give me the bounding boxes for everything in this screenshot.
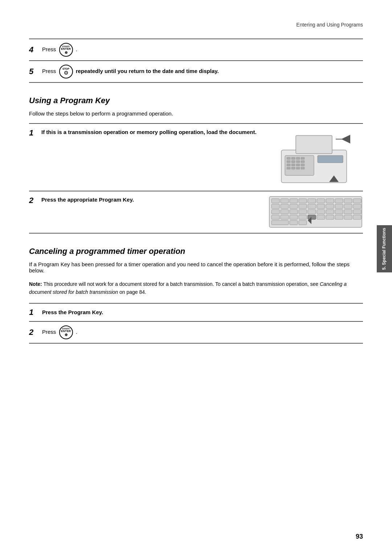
svg-rect-49 (317, 210, 325, 214)
svg-rect-13 (287, 164, 290, 166)
svg-rect-46 (290, 210, 298, 214)
cancel-step-2-press-label: Press (42, 329, 56, 335)
svg-rect-17 (287, 167, 290, 169)
using-step-2-number: 2 (29, 196, 38, 205)
using-step-1: 1 If this is a transmission operation or… (29, 123, 363, 191)
svg-rect-54 (271, 215, 279, 219)
using-step-1-inline: 1 If this is a transmission operation or… (29, 128, 261, 138)
step-5-number: 5 (29, 67, 38, 76)
svg-rect-31 (335, 199, 343, 203)
svg-rect-57 (299, 215, 307, 219)
cancel-step-1-text: Press the Program Key. (42, 309, 103, 315)
using-step-2-body: Press the appropriate Program Key. (41, 196, 134, 204)
svg-rect-7 (296, 157, 300, 159)
svg-rect-25 (281, 199, 289, 203)
fax-machine-svg (274, 128, 358, 186)
step-5-row: 5 Press STOP ⊙ repeatedly until you retu… (29, 60, 363, 83)
using-step-2-text: Press the appropriate Program Key. (41, 197, 134, 203)
svg-rect-29 (317, 199, 325, 203)
using-step-2-inline: 2 Press the appropriate Program Key. (29, 196, 261, 205)
svg-rect-8 (301, 157, 305, 159)
svg-rect-32 (344, 199, 352, 203)
header-title: Entering and Using Programs (296, 22, 363, 28)
svg-rect-59 (317, 215, 325, 219)
using-steps: 1 If this is a transmission operation or… (29, 123, 363, 234)
svg-rect-16 (301, 164, 305, 166)
side-tab-line1: 5. Special (381, 250, 387, 270)
svg-rect-66 (299, 220, 307, 225)
svg-rect-11 (296, 161, 300, 163)
page-number: 93 (356, 533, 363, 540)
svg-rect-50 (326, 210, 334, 214)
svg-rect-41 (335, 204, 343, 208)
cancel-step-2-text: Press START/ ENTER ⊕ . (42, 325, 77, 339)
svg-rect-12 (301, 161, 305, 163)
svg-rect-14 (291, 164, 295, 166)
svg-rect-6 (291, 157, 295, 159)
using-heading: Using a Program Key (29, 96, 363, 105)
step-5-text: Press STOP ⊙ repeatedly until you return… (42, 65, 219, 78)
cancel-step-2: 2 Press START/ ENTER ⊕ . (29, 321, 363, 344)
stop-icon-1: STOP ⊙ (59, 65, 73, 78)
svg-rect-20 (301, 167, 305, 169)
step-4-number: 4 (29, 45, 38, 54)
using-step-2-image (269, 196, 363, 228)
svg-rect-62 (344, 215, 352, 219)
svg-rect-45 (281, 210, 289, 214)
svg-rect-44 (271, 210, 279, 214)
svg-rect-9 (287, 161, 290, 163)
using-section: Using a Program Key Follow the steps bel… (29, 96, 363, 234)
svg-rect-63 (353, 215, 361, 219)
svg-rect-28 (308, 199, 316, 203)
step-5-press-label: Press (42, 68, 56, 74)
step-4-text: Press START/ ENTER ⊕ . (42, 43, 77, 57)
using-step-2: 2 Press the appropriate Program Key. (29, 191, 363, 234)
using-step-2-content: 2 Press the appropriate Program Key. (29, 196, 261, 205)
svg-rect-39 (317, 204, 325, 208)
step-5-bold-text: repeatedly until you return to the date … (76, 68, 219, 74)
using-step-1-content: 1 If this is a transmission operation or… (29, 128, 261, 138)
note-text: This procedure will not work for a docum… (42, 281, 320, 287)
canceling-heading: Canceling a programmed timer operation (29, 247, 363, 256)
svg-rect-48 (308, 210, 316, 214)
svg-rect-30 (326, 199, 334, 203)
keyboard-svg (269, 196, 363, 228)
svg-rect-19 (296, 167, 300, 169)
start-enter-icon-1: START/ ENTER ⊕ (59, 43, 73, 57)
start-enter-icon-2: START/ ENTER ⊕ (59, 325, 73, 339)
svg-rect-24 (271, 199, 279, 203)
svg-rect-38 (308, 204, 316, 208)
using-intro: Follow the steps below to perform a prog… (29, 110, 363, 117)
canceling-intro: If a Program Key has been pressed for a … (29, 261, 363, 274)
svg-rect-26 (290, 199, 298, 203)
cancel-step-1: 1 Press the Program Key. (29, 303, 363, 321)
svg-rect-18 (291, 167, 295, 169)
svg-rect-65 (290, 220, 298, 225)
cancel-step-2-number: 2 (29, 328, 38, 337)
svg-rect-15 (296, 164, 300, 166)
side-tab: 5. Special Functions (377, 225, 392, 272)
step-4-press-label: Press (42, 46, 56, 52)
svg-rect-27 (299, 199, 307, 203)
svg-rect-42 (344, 204, 352, 208)
top-steps: 4 Press START/ ENTER ⊕ . 5 Press (29, 39, 363, 83)
svg-rect-1 (296, 135, 332, 154)
svg-rect-51 (335, 210, 343, 214)
cancel-step-1-number: 1 (29, 308, 38, 317)
svg-rect-34 (271, 204, 279, 208)
step-4-period: . (76, 46, 77, 52)
svg-rect-61 (335, 215, 343, 219)
cancel-step-2-period: . (76, 329, 77, 335)
using-step-1-image (269, 128, 363, 186)
svg-rect-33 (353, 199, 361, 203)
svg-rect-40 (326, 204, 334, 208)
using-step-1-number: 1 (29, 128, 38, 138)
canceling-section: Canceling a programmed timer operation I… (29, 247, 363, 344)
cancel-steps: 1 Press the Program Key. 2 Press START/ … (29, 303, 363, 344)
svg-rect-58 (308, 215, 316, 219)
svg-rect-5 (287, 157, 290, 159)
svg-rect-56 (290, 215, 298, 219)
using-step-1-text: If this is a transmission operation or m… (41, 129, 257, 135)
note-block: Note: This procedure will not work for a… (29, 280, 363, 296)
svg-rect-21 (318, 155, 343, 163)
